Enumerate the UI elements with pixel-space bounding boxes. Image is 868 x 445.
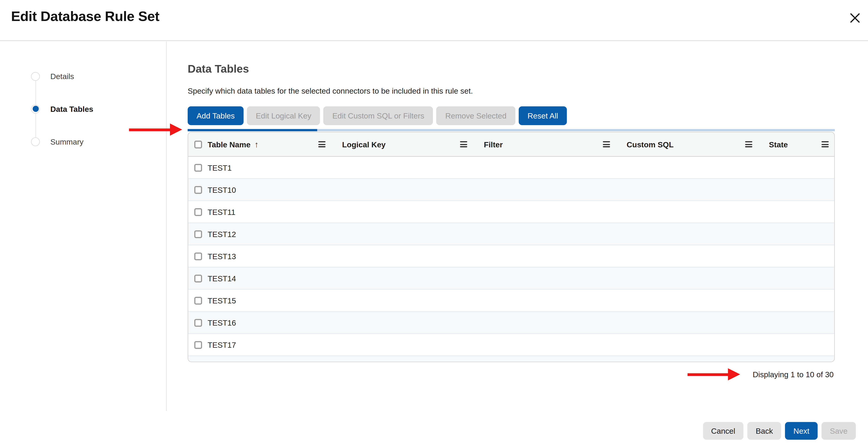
close-icon [849,12,860,23]
sort-ascending-icon[interactable]: ↑ [254,140,258,149]
table-row[interactable]: TEST14 [188,267,834,289]
table-row[interactable]: TEST15 [188,289,834,311]
row-checkbox[interactable] [194,230,202,238]
table-row[interactable]: TEST13 [188,245,834,267]
dialog-footer: Cancel Back Next Save [703,422,856,440]
table-row[interactable]: TEST17 [188,333,834,356]
column-menu-icon[interactable] [460,141,467,147]
row-checkbox[interactable] [194,319,202,326]
table-row[interactable]: TEST16 [188,311,834,333]
back-button[interactable]: Back [747,422,781,440]
column-header-logical-key[interactable]: Logical Key [331,132,473,156]
sidebar-step-details[interactable]: Details [51,71,74,81]
step-circle-summary[interactable] [31,137,40,146]
table-row[interactable]: TEST11 [188,200,834,222]
sidebar-step-data-tables[interactable]: Data Tables [51,104,93,114]
row-checkbox[interactable] [194,252,202,260]
edit-database-rule-set-dialog: Edit Database Rule Set Details Data Tabl… [0,0,868,445]
stepper-connector-line [35,81,36,104]
annotation-arrow-pagination [687,373,730,376]
annotation-arrow-toolbar-head [170,124,182,136]
column-menu-icon[interactable] [318,141,326,147]
column-header-state[interactable]: State [758,132,834,156]
table-name-cell: TEST10 [208,185,236,194]
dialog-header: Edit Database Rule Set [0,0,868,41]
table-name-cell: TEST13 [208,252,236,261]
save-button[interactable]: Save [822,422,856,440]
table-row[interactable]: TEST12 [188,223,834,245]
table-toolbar: Add Tables Edit Logical Key Edit Custom … [188,106,567,125]
pagination-status: Displaying 1 to 10 of 30 [753,370,834,379]
remove-selected-button[interactable]: Remove Selected [437,106,515,125]
edit-logical-key-button[interactable]: Edit Logical Key [247,106,320,125]
wizard-stepper-sidebar: Details Data Tables Summary [0,41,167,411]
add-tables-button[interactable]: Add Tables [188,106,244,125]
table-name-cell: TEST15 [208,296,236,305]
column-header-filter[interactable]: Filter [473,132,616,156]
row-checkbox[interactable] [194,341,202,349]
page-description: Specify which data tables for the select… [188,86,473,95]
table-name-cell: TEST16 [208,318,236,327]
annotation-arrow-toolbar [129,128,171,131]
cancel-button[interactable]: Cancel [703,422,744,440]
row-checkbox[interactable] [194,186,202,194]
dialog-title: Edit Database Rule Set [11,8,159,24]
stepper-connector-line [35,113,36,137]
table-name-cell: TEST11 [208,207,236,216]
table-name-cell: TEST12 [208,230,236,238]
table-name-cell: TEST14 [208,274,236,283]
row-checkbox[interactable] [194,164,202,172]
table-row[interactable]: TEST10 [188,178,834,200]
data-tables-table: Table Name ↑ Logical Key Filter Custom S… [188,132,835,362]
page-title: Data Tables [188,62,249,75]
column-menu-icon[interactable] [745,141,752,147]
step-circle-details[interactable] [31,72,40,81]
table-row[interactable]: TEST18 [188,356,834,362]
table-row[interactable]: TEST1 [188,157,834,178]
reset-all-button[interactable]: Reset All [519,106,567,125]
horizontal-scrollbar-track[interactable] [188,129,835,131]
row-checkbox[interactable] [194,274,202,282]
row-checkbox[interactable] [194,208,202,216]
table-name-cell: TEST1 [208,163,232,172]
annotation-arrow-pagination-head [728,368,740,380]
edit-custom-sql-filters-button[interactable]: Edit Custom SQL or Filters [323,106,433,125]
table-body: TEST1 TEST10 TEST11 TEST12 TEST13 TEST14 [188,157,834,362]
sidebar-step-summary[interactable]: Summary [51,137,84,146]
column-header-table-name[interactable]: Table Name ↑ [188,132,331,156]
next-button[interactable]: Next [785,422,817,440]
horizontal-scrollbar-thumb[interactable] [188,129,317,131]
column-menu-icon[interactable] [822,141,829,147]
close-button[interactable] [848,11,862,24]
select-all-checkbox[interactable] [194,141,202,148]
step-circle-data-tables[interactable] [31,105,40,113]
row-checkbox[interactable] [194,297,202,304]
table-name-cell: TEST17 [208,340,236,349]
table-header-row: Table Name ↑ Logical Key Filter Custom S… [188,132,834,157]
column-header-custom-sql[interactable]: Custom SQL [616,132,758,156]
column-menu-icon[interactable] [603,141,610,147]
